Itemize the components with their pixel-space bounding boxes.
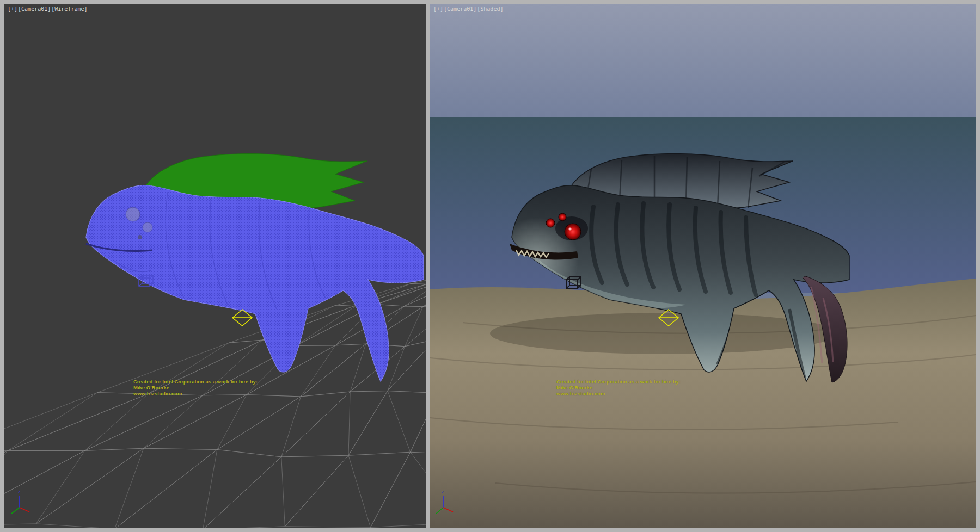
fish-eye-large xyxy=(565,224,581,240)
z-axis-label: z xyxy=(18,490,20,494)
fish-eye-small xyxy=(559,213,566,221)
dual-viewport-window: [+] [Camera01] [Wireframe] xyxy=(0,0,980,532)
fish-eye-small xyxy=(546,219,555,227)
attribution-line: www.frizstudio.com xyxy=(133,391,258,397)
viewport-shaded[interactable]: [+] [Camera01] [Shaded] xyxy=(430,4,976,528)
attribution-line: Created for Intel Corporation as a work … xyxy=(556,379,681,385)
viewport-menu-general[interactable]: [+] xyxy=(433,6,443,12)
viewport-menu-shading[interactable]: [Shaded] xyxy=(477,6,503,12)
viewport-menu-pov[interactable]: [Camera01] xyxy=(18,6,51,12)
fish-eye xyxy=(126,207,140,221)
attribution-line: www.frizstudio.com xyxy=(556,391,681,397)
wireframe-fish[interactable] xyxy=(86,185,424,381)
y-axis-icon xyxy=(11,508,20,514)
viewport-label: [+] [Camera01] [Wireframe] xyxy=(8,6,88,12)
attribution-text: Created for Intel Corporation as a work … xyxy=(133,379,258,397)
sky xyxy=(430,4,976,117)
viewport-menu-pov[interactable]: [Camera01] xyxy=(444,6,476,12)
eye-highlight xyxy=(569,228,572,231)
axis-tripod: z xyxy=(11,490,29,514)
attribution-line: Mike O'Rourke xyxy=(556,385,681,391)
attribution-line: Created for Intel Corporation as a work … xyxy=(133,379,258,385)
fish-eye xyxy=(143,222,152,232)
attribution-line: Mike O'Rourke xyxy=(133,385,258,391)
viewport-menu-general[interactable]: [+] xyxy=(8,6,17,12)
attribution-text: Created for Intel Corporation as a work … xyxy=(556,379,681,397)
z-axis-label: z xyxy=(442,490,444,494)
fish-nostril xyxy=(138,235,142,239)
viewport-menu-shading[interactable]: [Wireframe] xyxy=(51,6,87,12)
viewport-wireframe[interactable]: [+] [Camera01] [Wireframe] xyxy=(4,4,426,528)
viewport-label: [+] [Camera01] [Shaded] xyxy=(433,6,503,12)
x-axis-icon xyxy=(20,508,29,512)
